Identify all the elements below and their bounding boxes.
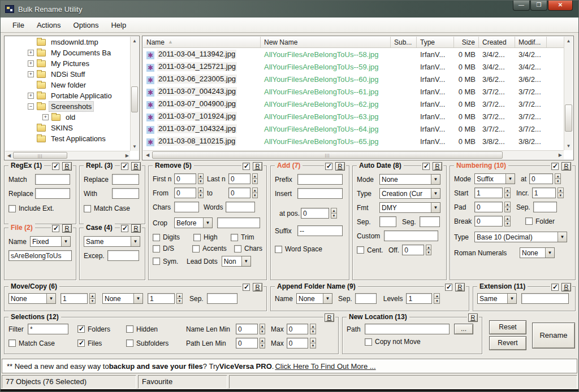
- tree-item-label[interactable]: SKINS: [49, 123, 75, 133]
- numbering-type-select[interactable]: Base 10 (Decimal)▼: [474, 232, 567, 242]
- folders-checkbox[interactable]: [77, 325, 85, 333]
- include-ext-checkbox[interactable]: [8, 205, 16, 212]
- files-checkbox[interactable]: [77, 339, 85, 347]
- repl-with-input[interactable]: [112, 188, 139, 199]
- match-case-checkbox[interactable]: [8, 339, 16, 347]
- path-len-max-input[interactable]: [287, 338, 309, 349]
- remove-reset-button[interactable]: R: [253, 162, 262, 171]
- repl-reset-button[interactable]: R: [131, 162, 141, 171]
- numbering-mode-select[interactable]: Suffix▼: [474, 173, 515, 184]
- lead-dots-select[interactable]: Non▼: [222, 256, 251, 267]
- first-n-input[interactable]: [174, 173, 196, 184]
- crop-mode-select[interactable]: Before▼: [174, 217, 213, 228]
- file-row[interactable]: ✱2011-03-06_223005.jpgAllYourFilesAreBel…: [143, 73, 564, 85]
- sym-checkbox[interactable]: [153, 258, 160, 265]
- case-excep-input[interactable]: [107, 250, 139, 261]
- regex-match-input[interactable]: [35, 174, 70, 185]
- menu-file[interactable]: File: [6, 19, 31, 32]
- list-vscroll-thumb[interactable]: [565, 104, 572, 132]
- word-space-checkbox[interactable]: [275, 246, 282, 253]
- copy-not-move-checkbox[interactable]: [365, 338, 372, 346]
- tree-horizontal-scrollbar[interactable]: ◀ ||| ▶: [5, 151, 130, 159]
- scroll-left-icon[interactable]: ◀: [143, 153, 152, 158]
- incr-spinner[interactable]: ▲▼: [558, 188, 564, 198]
- autodate-custom-input[interactable]: [384, 230, 438, 241]
- column-header[interactable]: Size: [454, 37, 479, 47]
- menu-help[interactable]: Help: [105, 19, 132, 32]
- add-enabled-checkbox[interactable]: [325, 163, 332, 170]
- name-len-min-input[interactable]: [236, 324, 258, 334]
- at-pos-spinner[interactable]: ▲▼: [331, 208, 337, 219]
- autodate-enabled-checkbox[interactable]: [422, 163, 430, 170]
- tree-item[interactable]: Test Applications: [5, 133, 130, 144]
- regex-enabled-checkbox[interactable]: [52, 163, 59, 170]
- expand-icon[interactable]: +: [28, 93, 34, 99]
- tree-item[interactable]: +old: [5, 112, 130, 123]
- list-vertical-scrollbar[interactable]: ▲ ▼: [564, 37, 573, 150]
- break-spinner[interactable]: ▲▼: [504, 216, 511, 227]
- at-pos-input[interactable]: [301, 208, 329, 219]
- file-row[interactable]: ✱2011-03-07_104324.jpgAllYourFilesAreBel…: [143, 123, 564, 135]
- path-len-min-input[interactable]: [236, 338, 258, 349]
- extension-reset-button[interactable]: R: [561, 283, 571, 291]
- filter-input[interactable]: [28, 324, 68, 334]
- movecopy-count2-input[interactable]: [148, 293, 175, 304]
- accents-checkbox[interactable]: [192, 245, 200, 252]
- title-bar[interactable]: Bulk Rename Utility — ❐ ✕: [1, 1, 578, 18]
- file-row[interactable]: ✱2011-03-08_110215.jpgAllYourFilesAreBel…: [143, 135, 564, 147]
- numbering-at-input[interactable]: [529, 173, 553, 184]
- column-header[interactable]: New Name: [261, 37, 391, 47]
- levels-spinner[interactable]: ▲▼: [434, 293, 440, 304]
- movecopy-mode1-select[interactable]: None▼: [8, 293, 56, 304]
- at-spinner[interactable]: ▲▼: [555, 173, 561, 184]
- file-row[interactable]: ✱2011-03-04_113942.jpgAllYourFilesAreBel…: [143, 48, 564, 60]
- tree-item-label[interactable]: New folder: [49, 80, 88, 90]
- file-row[interactable]: ✱2011-03-07_004243.jpgAllYourFilesAreBel…: [143, 85, 564, 98]
- movecopy-sep-input[interactable]: [207, 293, 237, 304]
- appendfolder-mode-select[interactable]: None▼: [296, 293, 332, 304]
- start-input[interactable]: [474, 188, 503, 198]
- off-input[interactable]: [402, 245, 424, 255]
- scroll-down-icon[interactable]: ▼: [564, 143, 573, 149]
- chars-checkbox[interactable]: [234, 245, 241, 252]
- incr-input[interactable]: [532, 188, 556, 198]
- menu-options[interactable]: Options: [67, 19, 105, 32]
- file-row[interactable]: ✱2011-03-07_101924.jpgAllYourFilesAreBel…: [143, 110, 564, 123]
- minimize-button[interactable]: —: [513, 1, 530, 11]
- autodate-type-select[interactable]: Creation (Cur▼: [379, 188, 440, 199]
- scroll-left-icon[interactable]: ◀: [5, 153, 13, 158]
- count2-spinner[interactable]: ▲▼: [176, 293, 183, 304]
- case-reset-button[interactable]: R: [131, 224, 141, 233]
- movecopy-count1-input[interactable]: [61, 293, 88, 304]
- reset-button[interactable]: Reset: [489, 320, 526, 334]
- autodate-fmt-select[interactable]: DMY▼: [379, 202, 440, 213]
- path-input[interactable]: [365, 324, 450, 334]
- expand-icon[interactable]: +: [28, 50, 34, 56]
- remove-enabled-checkbox[interactable]: [243, 163, 250, 170]
- tree-hscroll-thumb[interactable]: |||: [13, 152, 67, 159]
- to-input[interactable]: [228, 188, 250, 198]
- trim-checkbox[interactable]: [231, 234, 238, 241]
- file-row[interactable]: ✱2011-03-07_004900.jpgAllYourFilesAreBel…: [143, 98, 564, 110]
- appendfolder-sep-input[interactable]: [355, 293, 377, 304]
- regex-replace-input[interactable]: [35, 188, 70, 199]
- hidden-checkbox[interactable]: [126, 325, 133, 333]
- first-n-spinner[interactable]: ▲▼: [198, 173, 204, 184]
- crop-input[interactable]: [217, 217, 260, 228]
- regex-reset-button[interactable]: R: [62, 162, 72, 171]
- from-spinner[interactable]: ▲▼: [198, 188, 204, 198]
- ad-link[interactable]: Click Here To Find Out More ...: [275, 362, 375, 371]
- tree-item[interactable]: +NDSi Stuff: [5, 69, 130, 80]
- repl-replace-input[interactable]: [112, 174, 139, 185]
- numbering-reset-button[interactable]: R: [561, 162, 571, 171]
- ds-checkbox[interactable]: [153, 245, 160, 252]
- tree-item[interactable]: +My Documents Ba: [5, 47, 130, 58]
- close-button[interactable]: ✕: [548, 1, 573, 11]
- column-header[interactable]: Sub...: [391, 37, 417, 47]
- scroll-up-icon[interactable]: ▲: [131, 37, 139, 43]
- rename-button[interactable]: Rename: [532, 323, 575, 349]
- folder-checkbox[interactable]: [525, 217, 533, 225]
- subfolders-checkbox[interactable]: [126, 339, 133, 347]
- expand-icon[interactable]: +: [28, 71, 34, 77]
- case-enabled-checkbox[interactable]: [121, 225, 128, 232]
